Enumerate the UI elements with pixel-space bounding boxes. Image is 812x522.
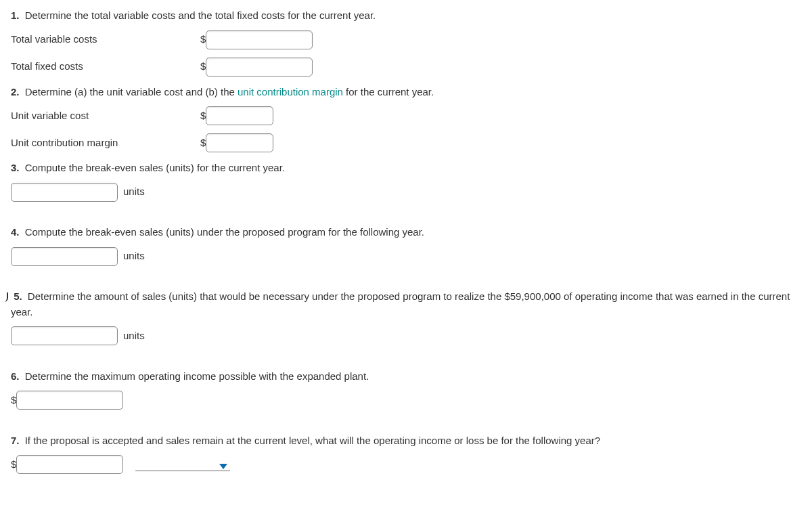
q4-text: Compute the break-even sales (units) und… xyxy=(25,226,424,238)
currency-symbol: $ xyxy=(11,393,16,408)
q1-total-variable-label: Total variable costs xyxy=(11,32,200,47)
q5-input-row: units xyxy=(11,326,801,345)
q3-units-label: units xyxy=(123,184,145,200)
q7-income-input[interactable] xyxy=(16,455,123,474)
chevron-down-icon xyxy=(219,464,227,469)
q2-unit-contribution-label: Unit contribution margin xyxy=(11,135,200,151)
question-2: 2. Determine (a) the unit variable cost … xyxy=(11,85,801,153)
q2-unit-variable-label: Unit variable cost xyxy=(11,108,200,124)
q5-units-label: units xyxy=(123,328,145,344)
currency-symbol: $ xyxy=(200,108,206,124)
unit-contribution-margin-link[interactable]: unit contribution margin xyxy=(238,86,343,97)
q3-text: Compute the break-even sales (units) for… xyxy=(25,162,285,173)
q1-total-variable-input[interactable] xyxy=(206,30,313,49)
q5-text: Determine the amount of sales (units) th… xyxy=(11,290,790,318)
question-1: 1. Determine the total variable costs an… xyxy=(11,8,801,77)
q7-prompt: 7. If the proposal is accepted and sales… xyxy=(11,433,801,449)
q6-input-row: $ xyxy=(11,391,801,410)
q3-units-input[interactable] xyxy=(11,183,118,202)
q2-prompt: 2. Determine (a) the unit variable cost … xyxy=(11,85,801,100)
q6-income-input[interactable] xyxy=(16,391,123,410)
q1-text: Determine the total variable costs and t… xyxy=(25,9,376,21)
q2-number: 2. xyxy=(11,86,20,97)
q2-unit-contribution-input[interactable] xyxy=(206,133,273,152)
question-3: 3. Compute the break-even sales (units) … xyxy=(11,160,801,202)
q4-units-input[interactable] xyxy=(11,247,118,266)
q4-input-row: units xyxy=(11,247,801,266)
q4-number: 4. xyxy=(11,226,20,238)
q6-prompt: 6. Determine the maximum operating incom… xyxy=(11,369,801,385)
q7-text: If the proposal is accepted and sales re… xyxy=(25,435,600,446)
q1-total-fixed-label: Total fixed costs xyxy=(11,59,200,74)
q2-text-a: Determine (a) the unit variable cost and… xyxy=(25,86,238,97)
question-6: 6. Determine the maximum operating incom… xyxy=(11,369,801,410)
q5-prompt: 5. Determine the amount of sales (units)… xyxy=(11,289,801,320)
partial-bracket-icon xyxy=(4,292,8,302)
q6-text: Determine the maximum operating income p… xyxy=(25,370,369,382)
q1-prompt: 1. Determine the total variable costs an… xyxy=(11,8,801,24)
q6-number: 6. xyxy=(11,370,20,382)
q5-units-input[interactable] xyxy=(11,326,118,345)
currency-symbol: $ xyxy=(200,135,206,151)
q2-row-ucm: Unit contribution margin $ xyxy=(11,133,801,152)
question-7: 7. If the proposal is accepted and sales… xyxy=(11,433,801,475)
q4-prompt: 4. Compute the break-even sales (units) … xyxy=(11,225,801,240)
question-5: 5. Determine the amount of sales (units)… xyxy=(11,289,801,345)
q7-income-loss-select[interactable] xyxy=(135,458,230,471)
q1-number: 1. xyxy=(11,9,20,21)
question-4: 4. Compute the break-even sales (units) … xyxy=(11,225,801,266)
q2-unit-variable-input[interactable] xyxy=(206,106,273,125)
q1-row-variable: Total variable costs $ xyxy=(11,30,801,49)
q1-row-fixed: Total fixed costs $ xyxy=(11,58,801,77)
q3-input-row: units xyxy=(11,183,801,202)
q4-units-label: units xyxy=(123,248,145,264)
q5-number: 5. xyxy=(14,290,22,302)
currency-symbol: $ xyxy=(200,59,206,74)
q2-text-b: for the current year. xyxy=(343,86,434,97)
q7-number: 7. xyxy=(11,435,20,446)
q3-prompt: 3. Compute the break-even sales (units) … xyxy=(11,160,801,176)
q2-row-uvc: Unit variable cost $ xyxy=(11,106,801,125)
q3-number: 3. xyxy=(11,162,20,173)
q1-total-fixed-input[interactable] xyxy=(206,58,313,77)
currency-symbol: $ xyxy=(200,32,206,47)
currency-symbol: $ xyxy=(11,457,16,473)
q7-input-row: $ xyxy=(11,455,801,474)
